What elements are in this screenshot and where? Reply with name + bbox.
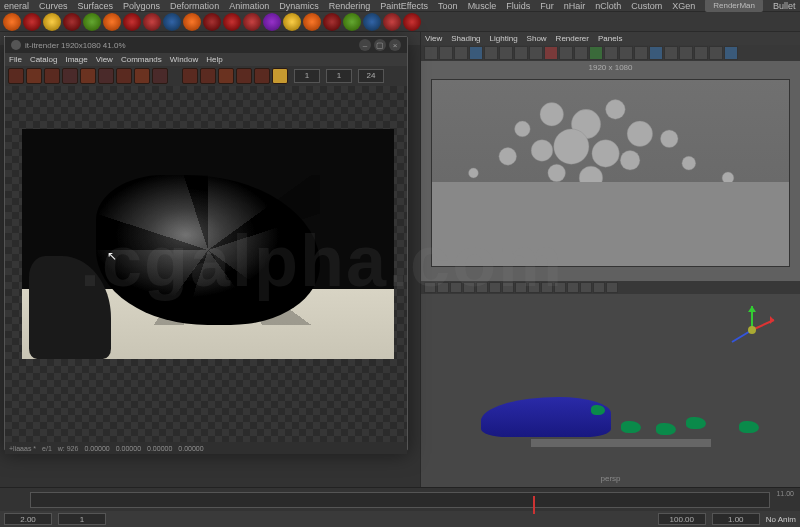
- tool-button[interactable]: [424, 46, 438, 60]
- tab-renderman[interactable]: RenderMan: [705, 0, 763, 12]
- close-button[interactable]: ×: [389, 39, 401, 51]
- tool-button[interactable]: [709, 46, 723, 60]
- tab[interactable]: Surfaces: [78, 1, 114, 11]
- tab[interactable]: Fluids: [506, 1, 530, 11]
- render-button[interactable]: [134, 68, 150, 84]
- tool-button[interactable]: [528, 282, 540, 293]
- tool-button[interactable]: [424, 282, 436, 293]
- tool-button[interactable]: [515, 282, 527, 293]
- render-button[interactable]: [80, 68, 96, 84]
- menu-item[interactable]: Commands: [121, 55, 162, 64]
- tab[interactable]: Animation: [229, 1, 269, 11]
- shelf-icon[interactable]: [23, 13, 41, 31]
- shelf-icon[interactable]: [123, 13, 141, 31]
- tool-button[interactable]: [463, 282, 475, 293]
- play-prev-button[interactable]: [200, 68, 216, 84]
- shelf-icon[interactable]: [343, 13, 361, 31]
- tool-button[interactable]: [554, 282, 566, 293]
- tool-button[interactable]: [649, 46, 663, 60]
- render-button[interactable]: [62, 68, 78, 84]
- tool-button[interactable]: [724, 46, 738, 60]
- tool-button[interactable]: [634, 46, 648, 60]
- range-start-field[interactable]: 2.00: [4, 513, 52, 525]
- shelf-icon[interactable]: [243, 13, 261, 31]
- shelf-icon[interactable]: [83, 13, 101, 31]
- shelf-icon[interactable]: [203, 13, 221, 31]
- tab[interactable]: nCloth: [595, 1, 621, 11]
- render-button[interactable]: [116, 68, 132, 84]
- shelf-icon[interactable]: [63, 13, 81, 31]
- shelf-icon[interactable]: [303, 13, 321, 31]
- shelf-icon[interactable]: [163, 13, 181, 31]
- render-button[interactable]: [98, 68, 114, 84]
- render-button[interactable]: [8, 68, 24, 84]
- tab[interactable]: Bullet: [773, 1, 796, 11]
- render-button[interactable]: [26, 68, 42, 84]
- range-mid-field[interactable]: 100.00: [658, 513, 706, 525]
- shelf-icon[interactable]: [263, 13, 281, 31]
- tool-button[interactable]: [450, 282, 462, 293]
- play-button[interactable]: [218, 68, 234, 84]
- tool-button[interactable]: [574, 46, 588, 60]
- tool-button[interactable]: [606, 282, 618, 293]
- tool-button[interactable]: [469, 46, 483, 60]
- tab[interactable]: PaintEffects: [380, 1, 428, 11]
- range-end-field[interactable]: 1.00: [712, 513, 760, 525]
- shelf-icon[interactable]: [383, 13, 401, 31]
- tool-button[interactable]: [499, 46, 513, 60]
- tool-button[interactable]: [679, 46, 693, 60]
- tool-button[interactable]: [476, 282, 488, 293]
- tool-button[interactable]: [604, 46, 618, 60]
- tool-button[interactable]: [694, 46, 708, 60]
- shelf-icon[interactable]: [323, 13, 341, 31]
- tab[interactable]: eneral: [4, 1, 29, 11]
- menu-item[interactable]: Lighting: [490, 34, 518, 43]
- tab[interactable]: Custom: [631, 1, 662, 11]
- maximize-button[interactable]: ▢: [374, 39, 386, 51]
- viewport-camera[interactable]: 1920 x 1080: [421, 61, 800, 281]
- menu-item[interactable]: Window: [170, 55, 198, 64]
- menu-item[interactable]: Renderer: [556, 34, 589, 43]
- shelf-icon[interactable]: [283, 13, 301, 31]
- tool-button[interactable]: [619, 46, 633, 60]
- shelf-icon[interactable]: [403, 13, 421, 31]
- timeline-track[interactable]: [30, 492, 770, 508]
- tab[interactable]: XGen: [672, 1, 695, 11]
- tab[interactable]: nHair: [564, 1, 586, 11]
- tool-button[interactable]: [664, 46, 678, 60]
- menu-item[interactable]: File: [9, 55, 22, 64]
- tool-button[interactable]: [567, 282, 579, 293]
- anim-mode-label[interactable]: No Anim: [766, 515, 796, 524]
- menu-item[interactable]: Help: [206, 55, 222, 64]
- tool-button[interactable]: [544, 46, 558, 60]
- tool-button[interactable]: [514, 46, 528, 60]
- tool-button[interactable]: [484, 46, 498, 60]
- playhead-icon[interactable]: [533, 496, 535, 514]
- render-button[interactable]: [44, 68, 60, 84]
- render-viewport[interactable]: ↖: [5, 86, 407, 442]
- shelf-icon[interactable]: [143, 13, 161, 31]
- shelf-icon[interactable]: [183, 13, 201, 31]
- play-first-button[interactable]: [182, 68, 198, 84]
- tab[interactable]: Toon: [438, 1, 458, 11]
- tool-button[interactable]: [541, 282, 553, 293]
- menu-item[interactable]: Image: [65, 55, 87, 64]
- tab[interactable]: Polygons: [123, 1, 160, 11]
- play-last-button[interactable]: [254, 68, 270, 84]
- frame-field[interactable]: 1: [326, 69, 352, 83]
- tool-button[interactable]: [437, 282, 449, 293]
- render-titlebar[interactable]: it-itrender 1920x1080 41.0% – ▢ ×: [5, 37, 407, 53]
- shelf-icon[interactable]: [3, 13, 21, 31]
- menu-item[interactable]: Shading: [451, 34, 480, 43]
- tab[interactable]: Rendering: [329, 1, 371, 11]
- menu-item[interactable]: View: [96, 55, 113, 64]
- tool-button[interactable]: [580, 282, 592, 293]
- tab[interactable]: Muscle: [468, 1, 497, 11]
- play-next-button[interactable]: [236, 68, 252, 84]
- frame-field[interactable]: 24: [358, 69, 384, 83]
- tool-button[interactable]: [502, 282, 514, 293]
- frame-field[interactable]: 1: [294, 69, 320, 83]
- shelf-icon[interactable]: [43, 13, 61, 31]
- shelf-icon[interactable]: [103, 13, 121, 31]
- shelf-icon[interactable]: [363, 13, 381, 31]
